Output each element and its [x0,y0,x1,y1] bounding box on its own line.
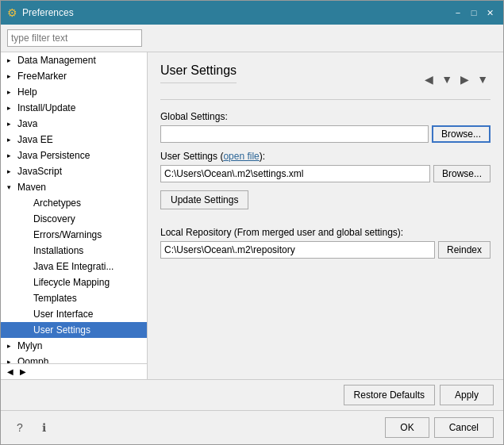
local-repo-input[interactable] [160,241,435,259]
tree-item-freemarker[interactable]: ▸FreeMarker [1,68,147,84]
java-persistence-label: Java Persistence [17,150,90,161]
help-button[interactable]: ? [10,418,29,437]
java-label: Java [17,118,37,129]
nav-dropdown-button[interactable]: ▼ [439,72,455,86]
panel-title: User Settings [160,63,237,83]
java-ee-label: Java EE [17,134,53,145]
nav-back-button[interactable]: ◀ [422,72,436,86]
content-area: ▸Data Management▸FreeMarker▸Help▸Install… [1,25,503,444]
tree-item-errors-warnings[interactable]: Errors/Warnings [1,227,147,243]
bottom-bar: ? ℹ OK Cancel [1,410,503,444]
help-expand-icon: ▸ [7,88,15,96]
user-settings-input[interactable] [160,165,430,182]
templates-label: Templates [33,293,77,304]
restore-defaults-button[interactable]: Restore Defaults [344,385,435,405]
freemarker-expand-icon: ▸ [7,72,15,80]
title-bar-left: ⚙ Preferences [7,6,74,19]
tree-item-data-management[interactable]: ▸Data Management [1,52,147,68]
local-repo-row: Reindex [160,241,491,259]
java-ee-integration-label: Java EE Integrati... [33,261,113,272]
java-ee-expand-icon: ▸ [7,136,15,144]
java-expand-icon: ▸ [7,120,15,128]
apply-button[interactable]: Apply [440,385,494,405]
update-settings-button[interactable]: Update Settings [160,190,248,209]
open-file-link[interactable]: open file [223,151,259,162]
javascript-expand-icon: ▸ [7,167,15,175]
ok-button[interactable]: OK [385,417,429,438]
tree-item-lifecycle-mapping[interactable]: Lifecycle Mapping [1,274,147,290]
tree-item-help[interactable]: ▸Help [1,84,147,100]
browse-user-button[interactable]: Browse... [433,165,491,182]
tree-item-discovery[interactable]: Discovery [1,211,147,227]
mylyn-label: Mylyn [17,340,42,351]
global-settings-label: Global Settings: [160,111,491,122]
browse-global-button[interactable]: Browse... [432,125,491,143]
maven-expand-icon: ▾ [7,183,15,191]
global-settings-input[interactable] [160,125,429,143]
tree-item-javascript[interactable]: ▸JavaScript [1,163,147,179]
info-button[interactable]: ℹ [34,418,53,437]
user-settings-label: User Settings [33,324,90,336]
preferences-window: ⚙ Preferences − □ ✕ ▸Data Management▸Fre… [0,0,504,445]
search-bar [1,25,503,52]
scroll-right-icon[interactable]: ▶ [17,367,29,376]
nav-menu-button[interactable]: ▼ [475,72,491,86]
title-bar-controls: − □ ✕ [451,6,497,20]
tree-item-oomph[interactable]: ▸Oomph [1,354,147,363]
javascript-label: JavaScript [17,166,62,177]
tree-scroll-bottom: ◀ ▶ [1,363,147,379]
left-panel: ▸Data Management▸FreeMarker▸Help▸Install… [1,52,148,379]
title-bar: ⚙ Preferences − □ ✕ [1,1,503,25]
user-settings-colon: : [263,151,265,162]
close-button[interactable]: ✕ [483,6,497,20]
global-settings-section: Global Settings: Browse... [160,111,491,143]
tree-item-archetypes[interactable]: Archetypes [1,195,147,211]
oomph-expand-icon: ▸ [7,358,15,363]
nav-forward-button[interactable]: ▶ [458,72,471,86]
installations-label: Installations [33,245,83,256]
global-settings-row: Browse... [160,125,491,143]
action-bar: Restore Defaults Apply [1,379,503,410]
tree-item-maven[interactable]: ▾Maven [1,179,147,195]
data-management-expand-icon: ▸ [7,56,15,64]
user-settings-row: Browse... [160,165,491,182]
tree-item-mylyn[interactable]: ▸Mylyn [1,338,147,354]
scroll-left-icon[interactable]: ◀ [4,367,17,376]
mylyn-expand-icon: ▸ [7,342,15,350]
tree-container[interactable]: ▸Data Management▸FreeMarker▸Help▸Install… [1,52,147,363]
tree-item-user-interface[interactable]: User Interface [1,306,147,322]
tree-item-templates[interactable]: Templates [1,290,147,306]
user-settings-section: User Settings (open file): Browse... [160,151,491,182]
tree-item-user-settings[interactable]: User Settings [1,322,147,338]
reindex-button[interactable]: Reindex [438,241,491,259]
java-persistence-expand-icon: ▸ [7,152,15,159]
tree-item-java-persistence[interactable]: ▸Java Persistence [1,148,147,163]
window-icon: ⚙ [7,6,17,19]
archetypes-label: Archetypes [33,198,81,209]
nav-controls: ◀ ▼ ▶ ▼ [422,72,491,86]
local-repo-label: Local Repository (From merged user and g… [160,227,491,238]
maven-label: Maven [17,182,46,193]
freemarker-label: FreeMarker [17,71,67,82]
search-input[interactable] [7,29,142,47]
errors-warnings-label: Errors/Warnings [33,229,102,240]
install-update-label: Install/Update [17,102,75,113]
maximize-button[interactable]: □ [467,6,481,20]
tree-item-install-update[interactable]: ▸Install/Update [1,100,147,116]
tree-item-java-ee-integration[interactable]: Java EE Integrati... [1,259,147,274]
oomph-label: Oomph [17,356,48,363]
right-panel: User Settings ◀ ▼ ▶ ▼ Global Settings: B… [148,52,503,379]
user-interface-label: User Interface [33,309,93,320]
install-update-expand-icon: ▸ [7,104,15,112]
tree-item-java[interactable]: ▸Java [1,116,147,132]
local-repo-section: Local Repository (From merged user and g… [160,227,491,259]
minimize-button[interactable]: − [451,6,465,20]
user-settings-label: User Settings (open file): [160,151,491,162]
right-panel-header: User Settings ◀ ▼ ▶ ▼ [160,63,491,100]
cancel-button[interactable]: Cancel [434,417,494,438]
tree-item-java-ee[interactable]: ▸Java EE [1,132,147,148]
main-split: ▸Data Management▸FreeMarker▸Help▸Install… [1,52,503,379]
window-title: Preferences [22,7,74,18]
tree-item-installations[interactable]: Installations [1,243,147,259]
data-management-label: Data Management [17,55,96,66]
